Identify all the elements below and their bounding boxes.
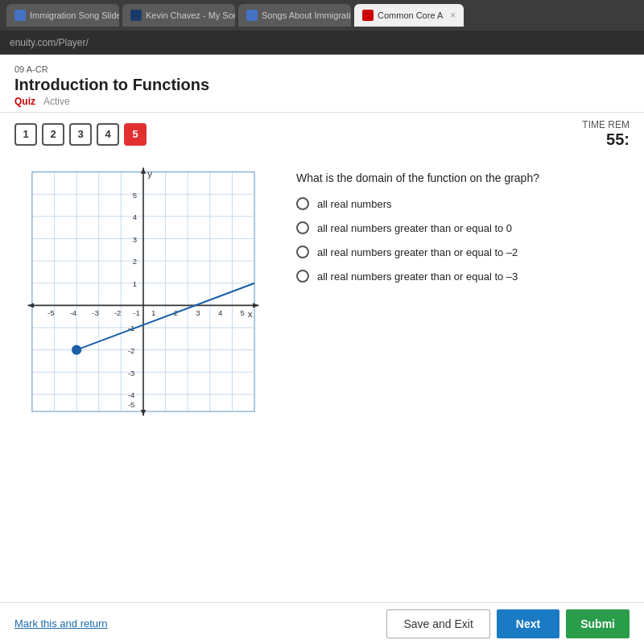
answer-choice-b[interactable]: all real numbers greater than or equal t… [296,221,630,234]
address-bar[interactable]: enuity.com/Player/ [0,31,644,55]
tab-2[interactable]: Kevin Chavez - My Song Abou × [122,4,235,27]
choice-d-text: all real numbers greater than or equal t… [317,270,518,283]
answer-section: What is the domain of the function on th… [296,163,630,437]
answer-choice-d[interactable]: all real numbers greater than or equal t… [296,270,630,283]
svg-text:y: y [147,168,152,179]
url-text: enuity.com/Player/ [10,37,89,48]
tab-4-close[interactable]: × [450,10,456,21]
tab-1-label: Immigration Song Slide exam [30,10,119,20]
quiz-title: Introduction to Functions [14,76,630,94]
svg-text:-3: -3 [128,369,135,378]
tab-4[interactable]: Common Core A × [354,4,464,27]
tab-2-icon [130,10,142,21]
svg-text:x: x [248,308,253,319]
question-btn-4[interactable]: 4 [97,123,119,146]
answer-choice-c[interactable]: all real numbers greater than or equal t… [296,246,630,258]
svg-marker-21 [253,303,258,308]
svg-text:-2: -2 [114,308,122,317]
svg-text:-5: -5 [47,308,55,317]
svg-text:-1: -1 [133,308,140,317]
quiz-course: 09 A-CR [14,64,630,74]
question-area: x y -5 -4 -3 -2 -1 1 2 3 4 5 5 4 3 2 1 -… [0,155,644,445]
question-btn-3[interactable]: 3 [69,123,92,146]
radio-b[interactable] [296,221,309,234]
next-button[interactable]: Next [497,609,559,638]
question-text: What is the domain of the function on th… [296,171,630,184]
choice-a-text: all real numbers [317,198,392,210]
mark-return-link[interactable]: Mark this and return [14,617,108,630]
question-btn-2[interactable]: 2 [42,123,64,146]
quiz-meta: Quiz Active [14,96,630,107]
svg-text:5: 5 [133,191,137,200]
graph-container: x y -5 -4 -3 -2 -1 1 2 3 4 5 5 4 3 2 1 -… [14,163,272,437]
quiz-nav-row: 1 2 3 4 5 TIME REM 55: [0,113,644,155]
tab-4-icon [362,10,374,21]
time-value: 55: [582,130,630,149]
answer-choice-a[interactable]: all real numbers [296,197,630,210]
svg-text:3: 3 [196,308,200,317]
svg-text:4: 4 [133,213,138,221]
content-area: 09 A-CR Introduction to Functions Quiz A… [0,55,644,644]
svg-text:5: 5 [241,308,245,317]
svg-marker-25 [141,410,146,415]
tab-2-label: Kevin Chavez - My Song Abou [146,10,235,20]
svg-text:3: 3 [133,235,137,244]
svg-text:-2: -2 [128,346,135,355]
svg-text:-3: -3 [92,308,99,317]
svg-text:-4: -4 [70,308,77,317]
svg-text:2: 2 [133,257,137,266]
footer: Mark this and return Save and Exit Next … [0,602,644,644]
footer-buttons: Save and Exit Next Submi [386,609,630,638]
svg-marker-22 [28,303,34,308]
svg-text:1: 1 [133,279,137,288]
svg-text:-5: -5 [128,400,135,409]
quiz-type: Quiz [14,96,35,107]
time-remaining: TIME REM 55: [582,119,630,149]
tab-3-label: Songs About Immigration-Sho [262,10,351,20]
submit-button[interactable]: Submi [566,609,630,638]
question-btn-1[interactable]: 1 [14,123,37,146]
radio-c[interactable] [296,246,309,258]
tab-1-icon [14,10,26,21]
svg-marker-24 [141,167,146,173]
choice-b-text: all real numbers greater than or equal t… [317,222,512,234]
question-buttons: 1 2 3 4 5 [14,123,147,146]
tab-1[interactable]: Immigration Song Slide exam × [6,4,119,27]
question-btn-5[interactable]: 5 [124,123,147,146]
quiz-status: Active [43,96,70,107]
svg-text:4: 4 [218,308,223,317]
time-label: TIME REM [582,119,630,130]
quiz-header: 09 A-CR Introduction to Functions Quiz A… [0,55,644,113]
coordinate-graph: x y -5 -4 -3 -2 -1 1 2 3 4 5 5 4 3 2 1 -… [14,163,272,437]
tab-3[interactable]: Songs About Immigration-Sho × [238,4,351,27]
tab-3-icon [246,10,258,21]
save-exit-button[interactable]: Save and Exit [386,609,489,638]
radio-d[interactable] [296,270,309,283]
tab-4-label: Common Core A [378,10,443,20]
choice-c-text: all real numbers greater than or equal t… [317,246,518,258]
svg-text:-4: -4 [128,390,135,399]
svg-point-49 [72,345,81,354]
browser-chrome: Immigration Song Slide exam × Kevin Chav… [0,0,644,31]
radio-a[interactable] [296,197,309,210]
svg-text:1: 1 [151,308,155,317]
